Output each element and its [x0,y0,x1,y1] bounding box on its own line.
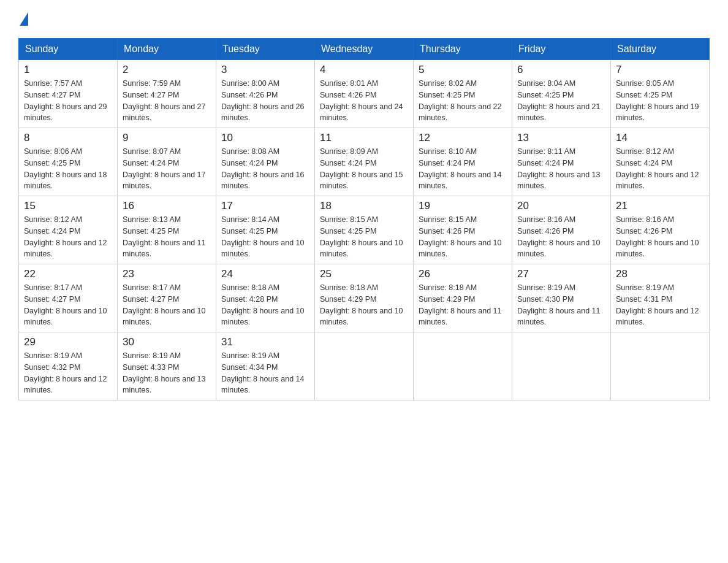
day-number: 15 [24,200,112,212]
calendar-cell: 29 Sunrise: 8:19 AM Sunset: 4:32 PM Dayl… [19,332,118,400]
day-number: 17 [221,200,309,212]
calendar-cell: 12 Sunrise: 8:10 AM Sunset: 4:24 PM Dayl… [414,128,512,196]
calendar-cell: 9 Sunrise: 8:07 AM Sunset: 4:24 PM Dayli… [118,128,216,196]
calendar-cell: 2 Sunrise: 7:59 AM Sunset: 4:27 PM Dayli… [118,60,216,128]
day-number: 6 [517,64,605,76]
day-info: Sunrise: 8:18 AM Sunset: 4:29 PM Dayligh… [320,282,408,328]
calendar-cell: 17 Sunrise: 8:14 AM Sunset: 4:25 PM Dayl… [216,196,315,264]
column-header-friday: Friday [512,39,611,60]
calendar-cell: 22 Sunrise: 8:17 AM Sunset: 4:27 PM Dayl… [19,264,118,332]
calendar-cell: 7 Sunrise: 8:05 AM Sunset: 4:25 PM Dayli… [611,60,710,128]
day-info: Sunrise: 8:19 AM Sunset: 4:31 PM Dayligh… [616,282,704,328]
calendar-cell: 16 Sunrise: 8:13 AM Sunset: 4:25 PM Dayl… [118,196,216,264]
day-number: 31 [221,336,309,348]
day-number: 23 [123,268,211,280]
calendar-cell [512,332,611,400]
day-number: 22 [24,268,112,280]
calendar-cell [414,332,512,400]
day-info: Sunrise: 8:13 AM Sunset: 4:25 PM Dayligh… [123,214,211,260]
column-header-wednesday: Wednesday [315,39,414,60]
day-number: 29 [24,336,112,348]
day-number: 2 [123,64,211,76]
day-info: Sunrise: 8:08 AM Sunset: 4:24 PM Dayligh… [221,146,309,192]
day-info: Sunrise: 7:57 AM Sunset: 4:27 PM Dayligh… [24,78,112,124]
calendar-cell: 23 Sunrise: 8:17 AM Sunset: 4:27 PM Dayl… [118,264,216,332]
calendar-week-row: 29 Sunrise: 8:19 AM Sunset: 4:32 PM Dayl… [19,332,710,400]
calendar-cell: 20 Sunrise: 8:16 AM Sunset: 4:26 PM Dayl… [512,196,611,264]
day-info: Sunrise: 8:18 AM Sunset: 4:29 PM Dayligh… [419,282,507,328]
day-number: 5 [419,64,507,76]
day-number: 7 [616,64,704,76]
calendar-cell: 1 Sunrise: 7:57 AM Sunset: 4:27 PM Dayli… [19,60,118,128]
day-number: 12 [419,132,507,144]
calendar-cell: 8 Sunrise: 8:06 AM Sunset: 4:25 PM Dayli… [19,128,118,196]
calendar-cell: 26 Sunrise: 8:18 AM Sunset: 4:29 PM Dayl… [414,264,512,332]
day-number: 8 [24,132,112,144]
day-number: 1 [24,64,112,76]
calendar-cell: 11 Sunrise: 8:09 AM Sunset: 4:24 PM Dayl… [315,128,414,196]
day-number: 19 [419,200,507,212]
calendar-cell: 25 Sunrise: 8:18 AM Sunset: 4:29 PM Dayl… [315,264,414,332]
day-info: Sunrise: 7:59 AM Sunset: 4:27 PM Dayligh… [123,78,211,124]
day-number: 20 [517,200,605,212]
day-number: 25 [320,268,408,280]
calendar-cell [315,332,414,400]
day-info: Sunrise: 8:19 AM Sunset: 4:30 PM Dayligh… [517,282,605,328]
calendar-cell: 18 Sunrise: 8:15 AM Sunset: 4:25 PM Dayl… [315,196,414,264]
day-info: Sunrise: 8:00 AM Sunset: 4:26 PM Dayligh… [221,78,309,124]
logo-triangle-icon [20,12,28,26]
calendar-week-row: 15 Sunrise: 8:12 AM Sunset: 4:24 PM Dayl… [19,196,710,264]
calendar-cell: 6 Sunrise: 8:04 AM Sunset: 4:25 PM Dayli… [512,60,611,128]
day-info: Sunrise: 8:16 AM Sunset: 4:26 PM Dayligh… [517,214,605,260]
page-header [18,12,710,26]
day-info: Sunrise: 8:01 AM Sunset: 4:26 PM Dayligh… [320,78,408,124]
calendar-cell: 3 Sunrise: 8:00 AM Sunset: 4:26 PM Dayli… [216,60,315,128]
calendar-cell: 4 Sunrise: 8:01 AM Sunset: 4:26 PM Dayli… [315,60,414,128]
calendar-header-row: SundayMondayTuesdayWednesdayThursdayFrid… [19,39,710,60]
day-number: 13 [517,132,605,144]
day-info: Sunrise: 8:14 AM Sunset: 4:25 PM Dayligh… [221,214,309,260]
calendar-cell: 14 Sunrise: 8:12 AM Sunset: 4:24 PM Dayl… [611,128,710,196]
day-number: 30 [123,336,211,348]
day-info: Sunrise: 8:19 AM Sunset: 4:33 PM Dayligh… [123,350,211,396]
day-info: Sunrise: 8:19 AM Sunset: 4:32 PM Dayligh… [24,350,112,396]
day-number: 16 [123,200,211,212]
day-number: 14 [616,132,704,144]
day-number: 3 [221,64,309,76]
calendar-cell: 10 Sunrise: 8:08 AM Sunset: 4:24 PM Dayl… [216,128,315,196]
day-number: 9 [123,132,211,144]
day-info: Sunrise: 8:15 AM Sunset: 4:25 PM Dayligh… [320,214,408,260]
day-info: Sunrise: 8:18 AM Sunset: 4:28 PM Dayligh… [221,282,309,328]
column-header-saturday: Saturday [611,39,710,60]
day-info: Sunrise: 8:15 AM Sunset: 4:26 PM Dayligh… [419,214,507,260]
day-number: 18 [320,200,408,212]
day-info: Sunrise: 8:09 AM Sunset: 4:24 PM Dayligh… [320,146,408,192]
column-header-tuesday: Tuesday [216,39,315,60]
calendar-cell: 31 Sunrise: 8:19 AM Sunset: 4:34 PM Dayl… [216,332,315,400]
calendar-cell: 27 Sunrise: 8:19 AM Sunset: 4:30 PM Dayl… [512,264,611,332]
day-info: Sunrise: 8:05 AM Sunset: 4:25 PM Dayligh… [616,78,704,124]
calendar-cell: 24 Sunrise: 8:18 AM Sunset: 4:28 PM Dayl… [216,264,315,332]
calendar-cell: 13 Sunrise: 8:11 AM Sunset: 4:24 PM Dayl… [512,128,611,196]
day-number: 28 [616,268,704,280]
day-number: 11 [320,132,408,144]
day-info: Sunrise: 8:12 AM Sunset: 4:24 PM Dayligh… [24,214,112,260]
day-number: 10 [221,132,309,144]
day-info: Sunrise: 8:17 AM Sunset: 4:27 PM Dayligh… [123,282,211,328]
calendar-cell: 30 Sunrise: 8:19 AM Sunset: 4:33 PM Dayl… [118,332,216,400]
calendar-cell [611,332,710,400]
day-info: Sunrise: 8:04 AM Sunset: 4:25 PM Dayligh… [517,78,605,124]
column-header-monday: Monday [118,39,216,60]
day-number: 27 [517,268,605,280]
day-info: Sunrise: 8:19 AM Sunset: 4:34 PM Dayligh… [221,350,309,396]
calendar-cell: 19 Sunrise: 8:15 AM Sunset: 4:26 PM Dayl… [414,196,512,264]
column-header-thursday: Thursday [414,39,512,60]
day-info: Sunrise: 8:11 AM Sunset: 4:24 PM Dayligh… [517,146,605,192]
day-info: Sunrise: 8:10 AM Sunset: 4:24 PM Dayligh… [419,146,507,192]
calendar-table: SundayMondayTuesdayWednesdayThursdayFrid… [18,38,710,400]
calendar-cell: 28 Sunrise: 8:19 AM Sunset: 4:31 PM Dayl… [611,264,710,332]
day-info: Sunrise: 8:12 AM Sunset: 4:24 PM Dayligh… [616,146,704,192]
day-info: Sunrise: 8:16 AM Sunset: 4:26 PM Dayligh… [616,214,704,260]
day-number: 24 [221,268,309,280]
calendar-cell: 5 Sunrise: 8:02 AM Sunset: 4:25 PM Dayli… [414,60,512,128]
